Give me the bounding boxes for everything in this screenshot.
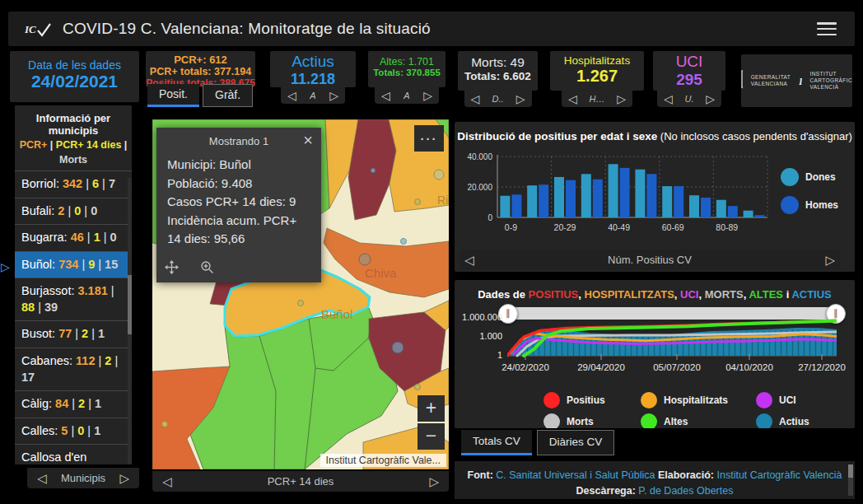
popup-title: Mostrando 1 xyxy=(209,135,268,147)
popup-body: Municipi: Buñol Població: 9.408 Casos PC… xyxy=(156,154,321,250)
chart-title-part: ACTIUS xyxy=(791,288,831,301)
dashboard: IC COVID-19 C. Valenciana: Monitoratge d… xyxy=(0,0,863,504)
bar-homes-80-89[interactable] xyxy=(728,206,738,217)
x-tick-label: 29/04/2020 xyxy=(577,362,625,372)
bar-homes-40-49[interactable] xyxy=(620,168,630,217)
map-canvas[interactable]: Buñol Chiva Ri ··· Mostrando 1 × Municip… xyxy=(152,119,449,469)
y-tick-label: 1 xyxy=(455,350,502,360)
chart-title-part: UCI xyxy=(680,288,698,301)
bar-dones-60-69[interactable] xyxy=(662,186,672,217)
timeseries-title: Dades de POSITIUS, HOSPITALITZATS, UCI, … xyxy=(455,280,855,301)
legend-item[interactable]: Homes xyxy=(781,196,851,214)
bar-dones-90+[interactable] xyxy=(744,211,753,217)
age-sex-panel: Distribució de positius per edat i sexe … xyxy=(455,122,855,272)
descarrega-link[interactable]: P. de Dades Obertes xyxy=(638,485,733,497)
map-more-icon[interactable]: ··· xyxy=(414,125,444,152)
map-label-chiva: Chiva xyxy=(365,266,397,280)
prev-icon[interactable]: ◁ xyxy=(664,93,673,105)
bar-dones-10-19[interactable] xyxy=(527,185,537,217)
prev-icon[interactable]: ◁ xyxy=(162,475,172,488)
bar-dones-80-89[interactable] xyxy=(716,200,726,217)
prev-icon[interactable]: ◁ xyxy=(464,254,474,266)
map-zoom-control: + − xyxy=(418,395,445,451)
list-item[interactable]: Busot: 77 | 2 | 1 xyxy=(15,320,132,348)
bar-dones-0-9[interactable] xyxy=(500,196,510,217)
next-icon[interactable]: ▷ xyxy=(706,93,715,105)
tab-positius[interactable]: Posit. xyxy=(147,84,199,107)
tab-grafic[interactable]: Gràf. xyxy=(203,84,253,107)
legend-item[interactable]: Hospitalitzats xyxy=(641,392,756,408)
municipis-list: Borriol: 342 | 6 | 7Bufali: 2 | 0 | 0Bug… xyxy=(15,170,132,464)
morts-daily: Morts: 49 xyxy=(458,51,538,70)
municipis-legend: PCR+ | PCR+ 14 dies | Morts xyxy=(15,138,132,170)
elaboracio-link[interactable]: Institut Cartogràfic Valencià xyxy=(716,469,842,481)
chart-title-part: MORTS xyxy=(705,288,744,301)
zoom-to-icon[interactable] xyxy=(200,260,214,278)
close-icon[interactable]: × xyxy=(303,131,313,150)
footer-scrollbar[interactable] xyxy=(848,464,853,496)
bar-homes-50-59[interactable] xyxy=(646,174,656,217)
map-attribution: Institut Cartogràfic Vale... xyxy=(320,454,446,467)
legend-item[interactable]: UCI xyxy=(756,392,830,408)
menu-icon[interactable] xyxy=(817,22,837,35)
list-item[interactable]: Callosa d'en Sarrià: 593 | 5 | 1 xyxy=(15,444,132,464)
list-item[interactable]: Cabanes: 112 | 2 | 17 xyxy=(15,348,132,390)
zoom-out-icon[interactable]: − xyxy=(418,423,445,450)
prev-icon[interactable]: ◁ xyxy=(287,90,296,101)
list-item[interactable]: Bugarra: 46 | 1 | 0 xyxy=(15,224,132,251)
bar-dones-50-59[interactable] xyxy=(635,170,645,217)
pan-icon[interactable] xyxy=(165,260,179,278)
age-chart-pager: ◁ Núm. Positius CV ▷ xyxy=(459,250,840,270)
y-tick-label: 1.000.000 xyxy=(455,312,502,322)
font-link[interactable]: C. Sanitat Universal i Salut Pública xyxy=(496,469,655,481)
chart-title-part: POSITIUS xyxy=(529,288,579,301)
tab-diaries-cv[interactable]: Diàries CV xyxy=(537,430,615,455)
bar-dones-40-49[interactable] xyxy=(609,164,618,217)
bar-homes-20-29[interactable] xyxy=(566,180,576,217)
bar-dones-70-79[interactable] xyxy=(689,195,699,217)
sidebar-scrollbar[interactable] xyxy=(128,178,132,464)
next-icon[interactable]: ▷ xyxy=(119,472,129,484)
next-icon[interactable]: ▷ xyxy=(516,93,525,105)
next-icon[interactable]: ▷ xyxy=(617,93,626,105)
list-item[interactable]: Burjassot: 3.181 | 88 | 39 xyxy=(15,278,132,320)
bar-homes-90+[interactable] xyxy=(755,215,765,217)
bar-homes-10-19[interactable] xyxy=(539,184,548,217)
list-item[interactable]: Buñol: 734 | 9 | 15 xyxy=(15,251,132,278)
map-popup: Mostrando 1 × Municipi: Buñol Població: … xyxy=(156,128,321,282)
legend-item[interactable]: Altes xyxy=(641,413,756,428)
list-item[interactable]: Bufali: 2 | 0 | 0 xyxy=(15,198,132,225)
legend-item[interactable]: Actius xyxy=(756,413,830,428)
legend-item[interactable]: Positius xyxy=(543,392,641,408)
prev-icon[interactable]: ◁ xyxy=(381,90,390,101)
list-item[interactable]: Càlig: 84 | 2 | 1 xyxy=(15,390,132,418)
bar-homes-70-79[interactable] xyxy=(701,198,711,217)
prev-icon[interactable]: ◁ xyxy=(37,472,47,484)
list-item[interactable]: Calles: 5 | 0 | 1 xyxy=(15,418,132,445)
next-icon[interactable]: ▷ xyxy=(429,475,439,488)
timeseries-chart xyxy=(507,313,837,361)
next-icon[interactable]: ▷ xyxy=(329,90,338,101)
timeseries-legend: PositiusHospitalitzatsUCIMortsAltesActiu… xyxy=(543,392,840,428)
list-item[interactable]: Borriol: 342 | 6 | 7 xyxy=(15,170,132,198)
bar-homes-60-69[interactable] xyxy=(674,186,683,217)
bar-homes-30-39[interactable] xyxy=(593,180,603,217)
panel-expand-icon[interactable]: ▷ xyxy=(1,260,10,273)
prev-icon[interactable]: ◁ xyxy=(568,93,577,105)
tab-totals-cv[interactable]: Totals CV xyxy=(461,430,532,455)
bar-dones-20-29[interactable] xyxy=(554,177,564,217)
bar-homes-0-9[interactable] xyxy=(511,194,521,217)
legend-item[interactable]: Dones xyxy=(781,168,851,186)
zoom-in-icon[interactable]: + xyxy=(418,395,445,422)
bar-dones-30-39[interactable] xyxy=(581,174,591,217)
x-tick-label: 27/12/2020 xyxy=(798,362,846,372)
legend-item[interactable]: Morts xyxy=(543,413,641,428)
next-icon[interactable]: ▷ xyxy=(423,90,432,101)
next-icon[interactable]: ▷ xyxy=(825,254,835,266)
prev-icon[interactable]: ◁ xyxy=(471,93,480,105)
svg-text:40.000: 40.000 xyxy=(467,152,492,161)
date-value: 24/02/2021 xyxy=(10,72,139,91)
altes-daily: Altes: 1.701 xyxy=(368,51,445,68)
chart-title-part: , xyxy=(698,288,704,301)
kpi-uci-card: UCI 295 ◁ U. ▷ xyxy=(653,51,725,91)
